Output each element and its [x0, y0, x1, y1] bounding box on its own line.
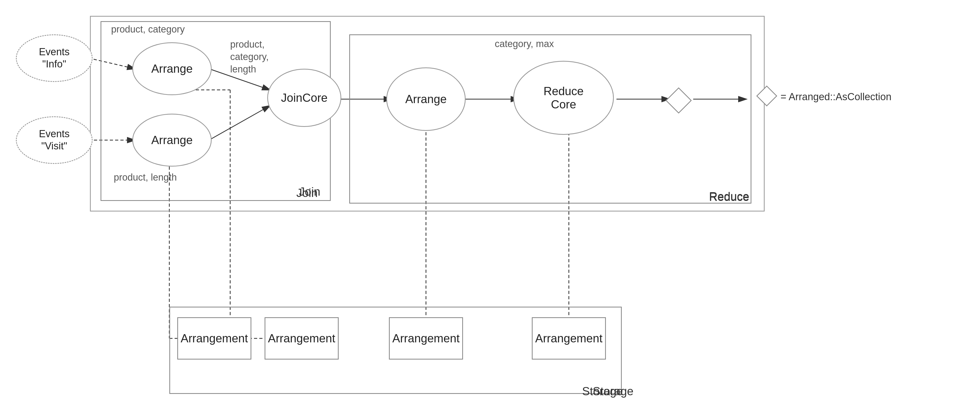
arrange-mid-label: Arrange [405, 92, 447, 106]
annotation-product-category-top: product, category [111, 24, 185, 35]
annotation-product-category-length: product, category, length [230, 38, 269, 75]
diagram: Join Reduce Storage Events "Info" Events… [0, 0, 980, 414]
legend-label: = Arranged::AsCollection [781, 91, 891, 103]
events-visit-node: Events "Visit" [16, 116, 92, 164]
arrange-bottom-node: Arrange [132, 114, 212, 167]
storage-label-display: Storage [582, 385, 623, 398]
annotation-product-length: product, length [114, 172, 177, 183]
arrangement1-node: Arrangement [177, 317, 251, 360]
arrange-bottom-label: Arrange [151, 133, 193, 147]
arrangement2-node: Arrangement [264, 317, 339, 360]
arrange-top-node: Arrange [132, 42, 212, 95]
reduce-core-label: Reduce Core [543, 85, 584, 111]
join-label-display: Join [296, 186, 318, 200]
arrangement2-label: Arrangement [268, 332, 335, 345]
join-core-label: JoinCore [281, 91, 328, 105]
arrangement3-label: Arrangement [392, 332, 460, 345]
events-info-label: Events "Info" [39, 46, 70, 70]
arrange-mid-node: Arrange [386, 67, 466, 131]
arrangement4-label: Arrangement [535, 332, 603, 345]
arrangement3-node: Arrangement [389, 317, 463, 360]
reduce-core-node: Reduce Core [513, 61, 614, 135]
annotation-category-max: category, max [495, 38, 554, 49]
arrange-top-label: Arrange [151, 62, 193, 75]
reduce-label-display: Reduce [709, 190, 749, 203]
events-visit-label: Events "Visit" [39, 128, 70, 152]
arrangement4-node: Arrangement [532, 317, 606, 360]
arrangement1-label: Arrangement [181, 332, 248, 345]
join-core-node: JoinCore [267, 69, 341, 127]
events-info-node: Events "Info" [16, 34, 92, 82]
